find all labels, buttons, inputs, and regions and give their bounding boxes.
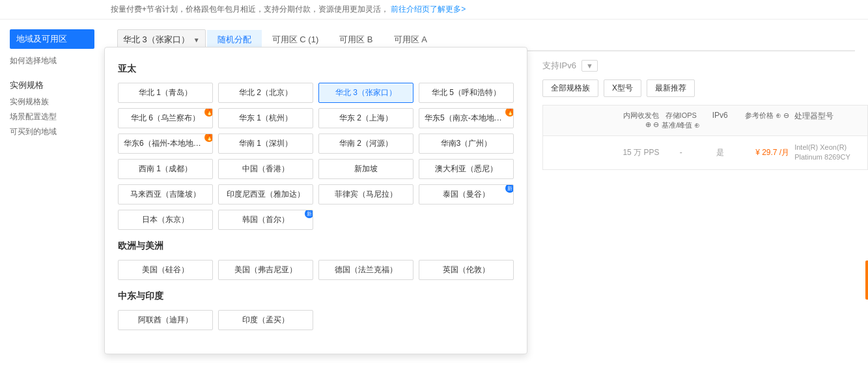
region-meiguo-sg[interactable]: 美国（硅谷）	[118, 260, 213, 280]
region-huanan3[interactable]: 华南3（广州）	[419, 134, 514, 154]
content-area: 华北 3（张家口） ▼ 随机分配 可用区 C (1) 可用区 B 可用区 A 亚…	[104, 20, 868, 352]
region-yingguo[interactable]: 英国（伦敦）	[419, 260, 514, 280]
cell-pps: 15 万 PPS	[616, 147, 660, 158]
region-dropdown: 亚太 华北 1（青岛） 华北 2（北京） 华北 3（张家口） 华北 5（呼和浩特…	[104, 47, 527, 354]
side-accent	[865, 260, 868, 300]
info-text: 按量付费+节省计划，价格跟包年包月相近，支持分期付款，资源使用更加灵活，	[111, 5, 389, 14]
region-huadong5nj[interactable]: 华东5（南京-本地地域）🔥	[419, 108, 514, 128]
region-selector-label: 华北 3（张家口）	[123, 34, 189, 46]
region-group-asiapacific-title: 亚太	[118, 63, 514, 75]
ipv6-label: 支持IPv6	[542, 60, 576, 72]
region-yindunixiya[interactable]: 印度尼西亚（雅加达）	[218, 184, 313, 204]
col-header-spec	[551, 111, 616, 130]
region-huadong2[interactable]: 华东 2（上海）	[318, 108, 413, 128]
sidebar-buyable-region[interactable]: 可买到的地域	[10, 126, 94, 137]
region-huabei6[interactable]: 华北 6（乌兰察布）🔥	[118, 108, 213, 128]
cell-iops: -	[659, 148, 703, 157]
region-huabei1[interactable]: 华北 1（青岛）	[118, 83, 213, 103]
region-huabei3[interactable]: 华北 3（张家口）	[318, 83, 413, 103]
cell-cpu: Intel(R) Xeon(R) Platinum 8269CY	[789, 143, 860, 163]
hot-badge: 🔥	[204, 108, 213, 117]
region-meiguo-fj[interactable]: 美国（弗吉尼亚）	[218, 260, 313, 280]
sidebar: 地域及可用区 如何选择地域 实例规格 实例规格族 场景配置选型 可买到的地域	[0, 20, 104, 352]
col-header-ipv6: IPv6	[703, 111, 737, 130]
region-aodaliya[interactable]: 澳大利亚（悉尼）	[419, 159, 514, 179]
region-xinan1[interactable]: 西南 1（成都）	[118, 159, 213, 179]
region-malaixiya[interactable]: 马来西亚（吉隆坡）	[118, 184, 213, 204]
chevron-down-icon: ▼	[193, 36, 200, 44]
region-alianqiu[interactable]: 阿联酋（迪拜）	[118, 310, 213, 330]
table-area: 支持IPv6 ▼ 全部规格族 X型号 最新推荐 内网收发包⊕ ⊖ 存储IOPS基…	[542, 60, 868, 170]
region-xinjiapo[interactable]: 新加坡	[318, 159, 413, 179]
sidebar-instance-family[interactable]: 实例规格族	[10, 96, 94, 107]
ipv6-row: 支持IPv6 ▼	[542, 60, 868, 72]
region-taiguo[interactable]: 泰国（曼谷）新	[419, 184, 514, 204]
sidebar-scene-config[interactable]: 场景配置选型	[10, 111, 94, 122]
table-row: 15 万 PPS - 是 ¥ 29.7 /月 Intel(R) Xeon(R) …	[542, 135, 868, 170]
col-header-pps: 内网收发包⊕ ⊖	[616, 111, 660, 130]
region-huanan2[interactable]: 华南 2（河源）	[318, 134, 413, 154]
info-bar: 按量付费+节省计划，价格跟包年包月相近，支持分期付款，资源使用更加灵活， 前往介…	[0, 0, 868, 20]
region-deguo[interactable]: 德国（法兰克福）	[318, 260, 413, 280]
region-huadong1[interactable]: 华东 1（杭州）	[218, 108, 313, 128]
info-link[interactable]: 前往介绍页了解更多>	[391, 5, 466, 14]
region-grid-europe: 美国（硅谷） 美国（弗吉尼亚） 德国（法兰克福） 英国（伦敦）	[118, 260, 514, 280]
sidebar-region-title: 地域及可用区	[10, 29, 94, 49]
filter-x-type[interactable]: X型号	[604, 79, 641, 97]
main-layout: 地域及可用区 如何选择地域 实例规格 实例规格族 场景配置选型 可买到的地域 华…	[0, 20, 868, 352]
region-hanguo[interactable]: 韩国（首尔）新	[218, 210, 313, 230]
hot-badge-nj: 🔥	[505, 108, 514, 117]
new-badge-taiguo: 新	[505, 184, 514, 193]
hot-badge-fz: 🔥	[204, 134, 213, 142]
filter-row: 全部规格族 X型号 最新推荐	[542, 79, 868, 97]
filter-latest[interactable]: 最新推荐	[647, 79, 695, 97]
cell-price: ¥ 29.7 /月	[737, 147, 789, 158]
region-huabei5[interactable]: 华北 5（呼和浩特）	[419, 83, 514, 103]
new-badge-hanguo: 新	[305, 210, 313, 218]
region-zhongguo-xg[interactable]: 中国（香港）	[218, 159, 313, 179]
sidebar-how-to-choose[interactable]: 如何选择地域	[10, 55, 94, 66]
filter-all-types[interactable]: 全部规格族	[542, 79, 598, 97]
region-huadong6fz[interactable]: 华东6（福州-本地地域）🔥	[118, 134, 213, 154]
region-feilvbin[interactable]: 菲律宾（马尼拉）	[318, 184, 413, 204]
region-huanan1[interactable]: 华南 1（深圳）	[218, 134, 313, 154]
region-grid-asiapacific: 华北 1（青岛） 华北 2（北京） 华北 3（张家口） 华北 5（呼和浩特） 华…	[118, 83, 514, 230]
region-huabei2[interactable]: 华北 2（北京）	[218, 83, 313, 103]
region-group-middleeast-title: 中东与印度	[118, 290, 514, 302]
region-riben[interactable]: 日本（东京）	[118, 210, 213, 230]
sidebar-instance-title: 实例规格	[10, 79, 94, 91]
cell-ipv6: 是	[703, 147, 737, 158]
region-yindu[interactable]: 印度（孟买）	[218, 310, 313, 330]
ipv6-dropdown-icon[interactable]: ▼	[581, 60, 598, 72]
region-group-europe-title: 欧洲与美洲	[118, 240, 514, 252]
col-header-price: 参考价格 ⊕ ⊖	[737, 111, 789, 130]
region-grid-middleeast: 阿联酋（迪拜） 印度（孟买）	[118, 310, 514, 330]
table-header: 内网收发包⊕ ⊖ 存储IOPS基准/峰值 ⊕ IPv6 参考价格 ⊕ ⊖ 处理器…	[542, 105, 868, 135]
col-header-iops: 存储IOPS基准/峰值 ⊕	[659, 111, 703, 130]
col-header-cpu: 处理器型号	[789, 111, 860, 130]
